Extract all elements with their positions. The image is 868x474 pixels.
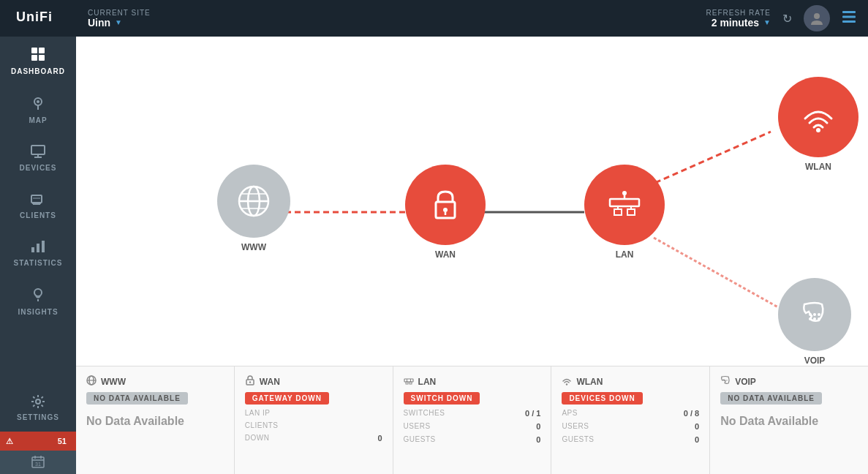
wan-node[interactable]: WAN bbox=[405, 165, 486, 260]
card-wan-stat-down: DOWN 0 bbox=[245, 434, 382, 443]
wan-label: WAN bbox=[435, 249, 456, 260]
dashboard-icon bbox=[31, 47, 45, 64]
cards-area: WWW NO DATA AVAILABLE No Data Available … bbox=[76, 366, 868, 474]
refresh-value: 2 minutes ▼ bbox=[712, 17, 771, 29]
sidebar-item-devices-label: DEVICES bbox=[20, 164, 57, 172]
card-wlan: WLAN DEVICES DOWN APS 0 / 8 USERS 0 GUES… bbox=[551, 366, 710, 474]
svg-rect-4 bbox=[39, 55, 45, 61]
svg-point-35 bbox=[443, 208, 448, 212]
card-wan-header: WAN bbox=[245, 375, 382, 388]
card-www-no-data: No Data Available bbox=[86, 415, 184, 427]
card-wlan-status: DEVICES DOWN bbox=[562, 392, 642, 405]
voip-circle bbox=[778, 278, 851, 351]
www-node[interactable]: WWW bbox=[217, 165, 290, 252]
alert-count: 51 bbox=[54, 436, 70, 446]
sidebar-item-clients-label: CLIENTS bbox=[20, 211, 56, 219]
card-www-status: NO DATA AVAILABLE bbox=[86, 392, 188, 405]
svg-point-46 bbox=[813, 313, 816, 316]
svg-rect-1 bbox=[31, 48, 37, 53]
card-wan: WAN GATEWAY DOWN LAN IP CLIENTS DOWN 0 bbox=[235, 366, 393, 474]
site-label: CURRENT SITE bbox=[88, 9, 151, 17]
card-www-title: WWW bbox=[101, 377, 126, 387]
sidebar-item-settings-label: SETTINGS bbox=[17, 413, 59, 421]
wlan-circle bbox=[778, 77, 858, 157]
logo-area: UniFi bbox=[0, 0, 76, 37]
refresh-section: REFRESH RATE 2 minutes ▼ bbox=[706, 9, 771, 29]
card-wan-title: WAN bbox=[260, 377, 280, 387]
card-lan-stat-switches-label: SWITCHES bbox=[404, 409, 445, 418]
calendar-icon: 31 bbox=[31, 455, 45, 470]
sidebar-item-map[interactable]: MAP bbox=[0, 86, 76, 135]
card-lan-stat-users-label: USERS bbox=[404, 422, 431, 431]
wan-circle bbox=[405, 165, 486, 245]
header: CURRENT SITE Uinn ▼ REFRESH RATE 2 minut… bbox=[76, 0, 868, 37]
card-wlan-stat-guests-value: 0 bbox=[695, 435, 699, 444]
sidebar-bottom: SETTINGS ⚠ 51 31 bbox=[0, 384, 76, 474]
svg-point-50 bbox=[818, 317, 820, 320]
svg-rect-23 bbox=[842, 15, 856, 18]
wlan-node[interactable]: WLAN bbox=[778, 77, 858, 172]
card-wlan-stat-guests: GUESTS 0 bbox=[562, 435, 699, 444]
site-dropdown-arrow: ▼ bbox=[115, 18, 122, 26]
card-wlan-stat-users-value: 0 bbox=[695, 422, 699, 431]
svg-rect-8 bbox=[31, 195, 42, 203]
card-lan-icon bbox=[404, 375, 414, 388]
lan-circle bbox=[584, 165, 665, 245]
sidebar-item-statistics[interactable]: STATISTICS bbox=[0, 230, 76, 277]
svg-rect-58 bbox=[410, 382, 412, 384]
card-wlan-stat-aps-value: 0 / 8 bbox=[684, 409, 699, 418]
refresh-button[interactable]: ↻ bbox=[782, 12, 792, 26]
svg-rect-22 bbox=[842, 11, 856, 13]
card-voip-title: VOIP bbox=[735, 377, 756, 387]
sidebar-item-map-label: MAP bbox=[29, 116, 47, 124]
sidebar-item-insights-label: INSIGHTS bbox=[18, 308, 58, 316]
site-name: Uinn ▼ bbox=[88, 17, 151, 29]
card-wlan-icon bbox=[562, 375, 572, 388]
voip-node[interactable]: VOIP bbox=[778, 278, 851, 366]
insights-icon bbox=[31, 287, 45, 305]
clients-icon bbox=[31, 192, 45, 208]
card-wan-stat-down-value: 0 bbox=[377, 434, 382, 443]
card-wan-status: GATEWAY DOWN bbox=[245, 392, 329, 405]
refresh-label: REFRESH RATE bbox=[706, 9, 771, 17]
card-lan-header: LAN bbox=[404, 375, 541, 388]
svg-point-47 bbox=[818, 313, 820, 316]
voip-label: VOIP bbox=[804, 356, 826, 366]
card-voip-icon bbox=[720, 375, 731, 388]
unifi-logo: UniFi bbox=[16, 8, 60, 29]
network-diagram: WWW WAN LAN WLAN VOI bbox=[76, 37, 868, 366]
card-wan-stat-down-label: DOWN bbox=[245, 434, 270, 443]
card-lan: LAN SWITCH DOWN SWITCHES 0 / 1 USERS 0 G… bbox=[393, 366, 552, 474]
svg-point-43 bbox=[622, 191, 627, 195]
sidebar-item-devices[interactable]: DEVICES bbox=[0, 135, 76, 182]
lan-node[interactable]: LAN bbox=[584, 165, 665, 260]
svg-line-28 bbox=[654, 238, 778, 307]
card-voip: VOIP NO DATA AVAILABLE No Data Available bbox=[710, 366, 868, 474]
sidebar-item-dashboard-label: DASHBOARD bbox=[11, 67, 65, 75]
user-avatar[interactable] bbox=[804, 5, 830, 31]
card-lan-stat-guests-label: GUESTS bbox=[404, 435, 436, 444]
svg-rect-10 bbox=[31, 247, 34, 252]
settings-icon bbox=[31, 394, 45, 410]
sidebar-item-clients[interactable]: CLIENTS bbox=[0, 182, 76, 230]
lan-label: LAN bbox=[616, 249, 634, 260]
alert-bar[interactable]: ⚠ 51 bbox=[0, 432, 76, 451]
svg-rect-39 bbox=[627, 209, 635, 215]
card-wlan-header: WLAN bbox=[562, 375, 699, 388]
card-www-icon bbox=[86, 375, 97, 388]
calendar-button[interactable]: 31 bbox=[0, 451, 76, 474]
card-voip-status: NO DATA AVAILABLE bbox=[720, 392, 822, 405]
site-selector[interactable]: CURRENT SITE Uinn ▼ bbox=[88, 9, 151, 29]
card-wlan-stat-users-label: USERS bbox=[562, 422, 589, 431]
svg-rect-2 bbox=[39, 48, 45, 53]
menu-icon[interactable] bbox=[842, 10, 856, 28]
map-icon bbox=[31, 96, 45, 113]
svg-text:UniFi: UniFi bbox=[16, 10, 53, 24]
sidebar-item-settings[interactable]: SETTINGS bbox=[0, 384, 76, 432]
card-lan-stat-switches: SWITCHES 0 / 1 bbox=[404, 409, 541, 418]
svg-point-64 bbox=[726, 380, 727, 380]
sidebar-item-insights[interactable]: INSIGHTS bbox=[0, 277, 76, 326]
svg-point-15 bbox=[36, 399, 40, 404]
sidebar-item-dashboard[interactable]: DASHBOARD bbox=[0, 37, 76, 86]
card-lan-status: SWITCH DOWN bbox=[404, 392, 480, 405]
